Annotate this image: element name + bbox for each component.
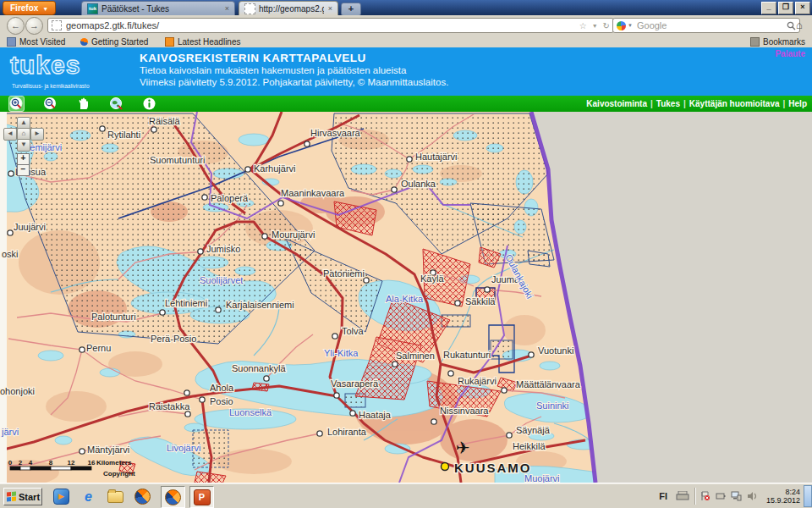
search-icon[interactable] <box>787 21 796 30</box>
map-place-marker <box>332 334 337 339</box>
firefox-quicklaunch-icon[interactable] <box>134 488 151 505</box>
show-desktop-button[interactable] <box>804 485 812 507</box>
toolbar-link-kaivostoiminta[interactable]: Kaivostoiminta <box>586 99 647 108</box>
map-label: Yli-Kitka <box>324 348 359 358</box>
map-label: Juujärvi <box>14 222 46 232</box>
overview-map-tool-icon[interactable] <box>109 97 123 111</box>
scalebar-segment <box>10 467 20 470</box>
internet-explorer-icon[interactable]: e <box>80 488 97 505</box>
info-tool-icon[interactable] <box>142 97 156 111</box>
tab-label: Päätökset - Tukes <box>102 4 221 14</box>
toolbar-link-help[interactable]: Help <box>788 99 807 108</box>
tab-paatokset[interactable]: tuk Päätökset - Tukes × <box>81 1 235 15</box>
language-indicator[interactable]: FI <box>656 491 671 501</box>
map-place-marker <box>448 371 453 376</box>
minimize-button[interactable]: _ <box>761 2 776 14</box>
map-city-marker-kuusamo <box>442 463 449 471</box>
map-zoom-out-button[interactable]: − <box>17 164 30 176</box>
site-identity-icon[interactable] <box>52 20 62 30</box>
pan-right-button[interactable]: ► <box>30 128 44 141</box>
map-place-marker <box>184 390 189 395</box>
search-engine-dropdown-icon[interactable]: ▼ <box>628 23 633 28</box>
new-tab-button[interactable]: + <box>341 3 361 16</box>
map-label: Pernu <box>86 343 111 353</box>
map-label: Säkkilä <box>465 296 496 306</box>
close-tab-icon[interactable]: × <box>328 4 332 13</box>
toolbar-link-k-ytt-j-n-huomioitava[interactable]: Käyttäjän huomioitava <box>689 99 780 108</box>
tukes-favicon-icon: tuk <box>87 3 98 14</box>
home-button[interactable]: ⌂ <box>796 19 803 31</box>
map-place-marker <box>185 411 190 417</box>
default-favicon-icon <box>244 3 255 14</box>
scalebar-segment <box>71 467 91 470</box>
page-subtitle: Tietoa kaivoslain mukaisten hakemusten j… <box>140 65 406 75</box>
map-label: Vuotunki <box>538 345 573 356</box>
tab-geomaps[interactable]: http://geomaps2.gtk.fi/tukes/ × <box>239 1 338 15</box>
battery-icon[interactable] <box>716 491 726 501</box>
zoom-in-tool-icon[interactable] <box>8 96 25 112</box>
map-label: Ahola <box>210 383 234 393</box>
map-label: Heikkilä <box>513 441 546 451</box>
site-header: tukes Turvallisuus- ja kemikaalivirasto … <box>0 47 812 96</box>
powerpoint-window-button[interactable]: P <box>189 486 214 508</box>
media-player-icon[interactable]: ▶ <box>52 488 70 505</box>
url-dropdown-icon[interactable]: ▼ <box>592 23 598 29</box>
map-place-marker <box>455 301 460 306</box>
map-place-marker <box>202 195 207 200</box>
restore-button[interactable]: ❐ <box>778 2 793 14</box>
scalebar-tick-label: 12 <box>68 459 75 467</box>
map-canvas[interactable]: RäisäläRytilahtiSuomutunturiKemijärviLuu… <box>0 112 812 483</box>
search-placeholder[interactable]: Google <box>637 20 787 30</box>
explorer-folder-icon[interactable] <box>107 488 124 505</box>
map-viewport[interactable]: RäisäläRytilahtiSuomutunturiKemijärviLuu… <box>0 112 812 483</box>
map-label: Mäntyjärvi <box>87 444 129 455</box>
bookmark-getting-started[interactable]: Getting Started <box>80 36 148 47</box>
map-place-marker <box>317 431 322 436</box>
google-icon <box>617 21 626 30</box>
map-place-marker <box>245 167 250 172</box>
speaker-icon[interactable] <box>747 491 758 501</box>
map-label: Karjalaisenniemi <box>226 300 294 310</box>
pan-down-button[interactable]: ▼ <box>17 139 30 152</box>
map-label: Vasaraperä <box>331 378 379 389</box>
map-label: Haataja <box>359 410 392 420</box>
toolbar-link-tukes[interactable]: Tukes <box>656 99 680 108</box>
bookmark-latest-headlines[interactable]: Latest Headlines <box>165 36 241 47</box>
scalebar-tick-label: 8 <box>49 459 53 467</box>
start-button[interactable]: Start <box>3 488 42 505</box>
firefox-window-button[interactable] <box>161 486 185 508</box>
url-text[interactable]: geomaps2.gtk.fi/tukes/ <box>66 20 579 30</box>
map-zoom-in-button[interactable]: + <box>17 153 30 165</box>
zoom-out-tool-icon[interactable] <box>43 97 58 111</box>
back-button[interactable]: ← <box>7 17 25 35</box>
url-bar[interactable]: geomaps2.gtk.fi/tukes/ ☆ ▼ ↻ <box>47 18 614 33</box>
network-icon[interactable] <box>731 491 742 501</box>
bookmark-star-icon[interactable]: ☆ <box>579 21 587 30</box>
scalebar-tick-label: 16 <box>88 459 96 467</box>
map-label: järvi <box>1 427 19 437</box>
pan-tool-icon[interactable] <box>76 97 91 111</box>
action-center-flag-icon[interactable] <box>700 491 710 501</box>
reload-icon[interactable]: ↻ <box>603 21 610 30</box>
firefox-menu-button[interactable]: Firefox▼ <box>3 1 56 15</box>
close-button[interactable]: × <box>795 2 810 14</box>
map-label: oski <box>2 249 19 259</box>
printer-icon[interactable] <box>676 491 689 501</box>
map-toolbar: Kaivostoiminta|Tukes|Käyttäjän huomioita… <box>0 96 812 112</box>
bookmarks-menu-button[interactable]: Bookmarks <box>750 36 805 47</box>
map-label: Lehtiniemi <box>165 298 207 308</box>
map-label: Karhujärvi <box>254 163 296 174</box>
map-place-marker <box>216 307 221 312</box>
feedback-link[interactable]: Palaute <box>775 49 805 58</box>
map-label: Määttälänvaara <box>516 379 581 389</box>
pan-left-button[interactable]: ◄ <box>3 128 17 141</box>
map-place-marker <box>502 388 507 393</box>
map-place-marker <box>262 234 267 239</box>
forward-button[interactable]: → <box>25 17 43 35</box>
bookmark-most-visited[interactable]: Most Visited <box>7 36 65 47</box>
close-tab-icon[interactable]: × <box>225 4 229 13</box>
taskbar-clock[interactable]: 8:24 15.9.2012 <box>763 488 800 505</box>
map-label: Suomutunturi <box>150 155 205 165</box>
search-box[interactable]: ▼ Google <box>612 18 800 33</box>
screen: { "window": { "app_button": "Firefox", "… <box>0 0 812 508</box>
